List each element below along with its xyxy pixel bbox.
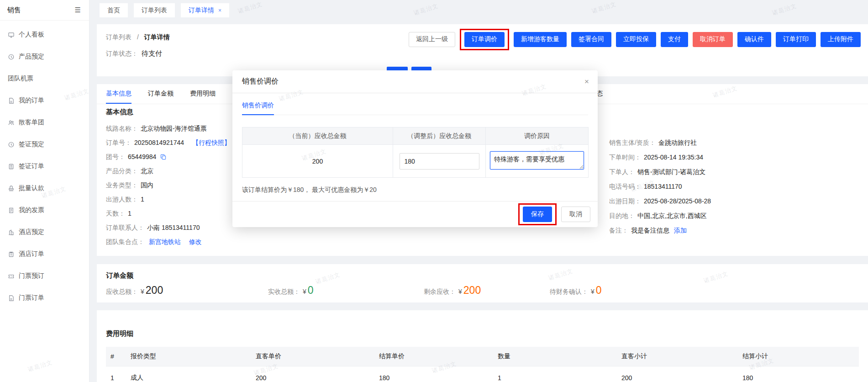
add-remark-link[interactable]: 添加	[674, 227, 687, 234]
modal-tabs: 销售价调价	[242, 101, 588, 115]
basic-info-right-column: 销售主体/资质：金跳动旅行社 下单时间：2025-08-14 19:35:34 …	[609, 135, 711, 238]
copy-icon[interactable]	[160, 154, 166, 160]
invoice-icon	[8, 207, 15, 214]
sidebar-item-hotel-booking[interactable]: 酒店预定	[0, 221, 89, 243]
amount-remaining: 剩余应收： ¥ 200	[424, 284, 481, 297]
sidebar-item-batch-payment[interactable]: 批量认款	[0, 177, 89, 199]
sidebar-item-visa-booking[interactable]: 签证预定	[0, 133, 89, 155]
back-button[interactable]: 返回上一级	[409, 32, 455, 47]
insure-now-button[interactable]: 立即投保	[616, 32, 656, 47]
sidebar-item-visa-orders[interactable]: 签证订单	[0, 155, 89, 177]
cancel-order-button[interactable]: 取消订单	[693, 32, 733, 47]
field-destination: 目的地：中国,北京,北京市,西城区	[609, 208, 711, 223]
field-order-time: 下单时间：2025-08-14 19:35:34	[609, 150, 711, 164]
fee-table-header-row: # 报价类型 直客单价 结算单价 数量 直客小计 结算小计	[106, 347, 859, 366]
badge-icon	[8, 163, 15, 170]
fee-detail-heading: 费用明细	[106, 329, 133, 338]
sidebar-item-team-flight[interactable]: 团队机票	[0, 68, 89, 90]
modal-title: 销售价调价	[242, 77, 279, 86]
menu-fold-icon[interactable]: ☰	[75, 6, 81, 14]
red-annotation-box: 保存	[518, 203, 557, 225]
meeting-point-link[interactable]: 新宫地铁站	[149, 238, 181, 245]
order-status-value: 待支付	[142, 49, 162, 57]
order-actions: 返回上一级 订单调价 新增游客数量 签署合同 立即投保 支付 取消订单 确认件 …	[409, 26, 861, 53]
save-button[interactable]: 保存	[523, 207, 552, 222]
basic-info-heading: 基本信息	[106, 108, 133, 117]
modal-table-row: 200 特殊游客，需要享受优惠	[242, 145, 589, 178]
sidebar-item-ticket-booking[interactable]: 门票预订	[0, 265, 89, 287]
tab-home[interactable]: 首页	[100, 3, 128, 17]
obscured-button-fragment	[411, 67, 431, 70]
amount-receivable: 应收总额： ¥ 200	[106, 284, 163, 297]
red-annotation-box: 订单调价	[460, 29, 509, 50]
tab-order-list[interactable]: 订单列表	[134, 3, 175, 17]
adjust-reason-textarea[interactable]: 特殊游客，需要享受优惠	[490, 151, 584, 170]
close-tab-icon[interactable]: ×	[218, 7, 221, 14]
field-traveler-count: 出游人数：1	[106, 192, 241, 207]
detail-tab-basic-info[interactable]: 基本信息	[106, 90, 132, 104]
confirmation-button[interactable]: 确认件	[737, 32, 771, 47]
field-order-contact: 订单联系人：小南 18513411170	[106, 221, 241, 235]
modal-header: 销售价调价 ×	[232, 70, 598, 93]
seal-icon	[8, 185, 15, 192]
tab-order-detail[interactable]: 订单详情 ×	[181, 3, 229, 17]
obscured-button-fragment	[387, 67, 408, 70]
sidebar-item-ticket-orders[interactable]: 门票订单	[0, 287, 89, 309]
modal-body: 销售价调价 （当前）应收总金额 （调整后）应收总金额 调价原因 200 特殊游客…	[232, 101, 598, 194]
ticket-icon	[8, 273, 15, 280]
close-icon[interactable]: ×	[584, 78, 589, 85]
basic-info-left-column: 线路名称：北京动物园-海洋馆通票 订单号：20250814921744 【行程快…	[106, 122, 241, 249]
field-business-type: 业务类型：国内	[106, 178, 241, 192]
upload-attachment-button[interactable]: 上传附件	[821, 32, 861, 47]
breadcrumb-order-list[interactable]: 订单列表	[106, 33, 132, 41]
cancel-button[interactable]: 取消	[561, 207, 590, 222]
sidebar-item-personal-board[interactable]: 个人看板	[0, 24, 89, 46]
top-tab-strip: 首页 订单列表 订单详情 ×	[89, 0, 868, 20]
sidebar-item-fit-groups[interactable]: 散客单团	[0, 111, 89, 133]
order-amount-card: 订单金额 应收总额： ¥ 200 实收总额： ¥ 0 剩余应收： ¥ 200 待…	[97, 264, 868, 302]
field-order-person: 下单人：销售-测试部门-诸葛治文	[609, 164, 711, 179]
adjust-price-button[interactable]: 订单调价	[464, 32, 505, 47]
field-product-category: 产品分类：北京	[106, 164, 241, 178]
field-route-name: 线路名称：北京动物园-海洋馆通票	[106, 122, 241, 136]
sidebar-item-my-orders[interactable]: 我的订单	[0, 90, 89, 111]
amount-received: 实收总额： ¥ 0	[268, 284, 314, 297]
document-icon	[8, 295, 15, 302]
breadcrumb: 订单列表 / 订单详情	[106, 33, 170, 42]
print-order-button[interactable]: 订单打印	[776, 32, 816, 47]
document-icon	[8, 97, 15, 104]
modal-tab-price-adjust[interactable]: 销售价调价	[242, 101, 274, 115]
page-header-card: 订单列表 / 订单详情 订单状态： 待支付 返回上一级 订单调价 新增游客数量 …	[97, 24, 868, 76]
breadcrumb-separator: /	[137, 33, 139, 41]
amount-pending-finance: 待财务确认： ¥ 0	[550, 284, 602, 297]
current-total-amount: 200	[242, 145, 393, 178]
building-icon	[8, 229, 15, 236]
field-order-no: 订单号：20250814921744 【行程快照】	[106, 136, 241, 150]
sidebar-item-hotel-orders[interactable]: 酒店订单	[0, 243, 89, 265]
sidebar: 销售 ☰ 个人看板 产品预定 团队机票 我的订单 散客单团 签证预定 签证订单	[0, 0, 89, 382]
pay-button[interactable]: 支付	[661, 32, 688, 47]
fee-detail-table: # 报价类型 直客单价 结算单价 数量 直客小计 结算小计 1 成人 200 1…	[106, 347, 859, 382]
people-icon	[8, 119, 15, 126]
sidebar-item-my-invoices[interactable]: 我的发票	[0, 199, 89, 221]
field-days: 天数：1	[106, 207, 241, 221]
field-travel-date: 出游日期：2025-08-28/2025-08-28	[609, 194, 711, 208]
field-sales-entity: 销售主体/资质：金跳动旅行社	[609, 135, 711, 150]
sidebar-item-product-booking[interactable]: 产品预定	[0, 46, 89, 68]
add-tourist-button[interactable]: 新增游客数量	[514, 32, 567, 47]
clipboard-icon	[8, 251, 15, 258]
detail-tab-order-amount[interactable]: 订单金额	[148, 90, 174, 104]
adjusted-amount-input[interactable]	[400, 153, 479, 170]
sidebar-title: 销售	[7, 6, 21, 15]
field-remark: 备注：我是备注信息 添加	[609, 223, 711, 238]
order-amount-heading: 订单金额	[106, 271, 133, 280]
sidebar-header: 销售 ☰	[0, 0, 89, 21]
modal-table-header-row: （当前）应收总金额 （调整后）应收总金额 调价原因	[242, 127, 589, 145]
order-status: 订单状态： 待支付	[106, 49, 162, 58]
modify-link[interactable]: 修改	[189, 238, 202, 245]
table-row: 1 成人 200 180 1 200 180	[106, 366, 859, 382]
sign-contract-button[interactable]: 签署合同	[571, 32, 611, 47]
clock-icon	[8, 53, 15, 60]
detail-tab-fee-detail[interactable]: 费用明细	[190, 90, 216, 104]
itinerary-snapshot-link[interactable]: 【行程快照】	[192, 139, 231, 146]
